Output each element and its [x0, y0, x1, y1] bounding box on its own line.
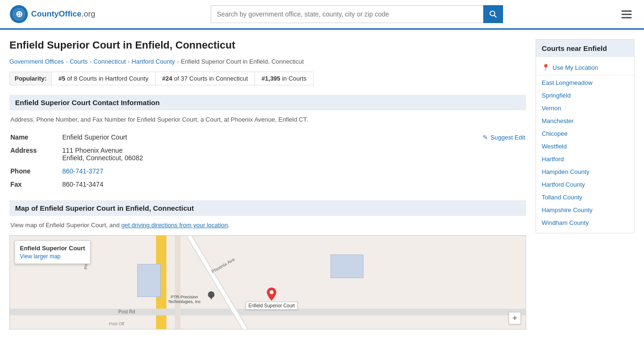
name-row: Name Enfield Superior Court ✎ Suggest Ed…	[9, 131, 526, 144]
name-label: Name	[10, 133, 62, 141]
sidebar-item-tolland-county[interactable]: Tolland County	[536, 191, 634, 204]
contact-info-table: Name Enfield Superior Court ✎ Suggest Ed…	[9, 131, 526, 191]
location-icon: 📍	[542, 64, 550, 71]
svg-text:Phoenix Ave: Phoenix Ave	[211, 256, 236, 274]
svg-text:Post Off: Post Off	[109, 321, 124, 326]
search-button[interactable]	[483, 5, 503, 23]
map-description: View map of Enfield Superior Court, and …	[9, 222, 526, 229]
search-icon	[489, 10, 497, 18]
sidebar-item-hartford-county[interactable]: Hartford County	[536, 178, 634, 191]
map-company-label: PTR-PrecisionTechnologies, Inc	[165, 295, 203, 304]
suggest-edit-link[interactable]: ✎ Suggest Edit	[483, 134, 525, 141]
map-building-2	[330, 255, 363, 278]
sidebar-item-east-longmeadow[interactable]: East Longmeadow	[536, 76, 634, 89]
sidebar-item-vernon[interactable]: Vernon	[536, 102, 634, 115]
breadcrumb-hartford-county[interactable]: Hartford County	[132, 58, 175, 65]
popularity-item-2: #24 of 37 Courts in Connecticut	[156, 72, 255, 85]
sidebar-list: 📍 Use My Location East Longmeadow Spring…	[536, 57, 634, 233]
map-container[interactable]: Phoenix Ave Post Rd Post Off Post Off PT…	[9, 235, 526, 329]
breadcrumb-courts[interactable]: Courts	[70, 58, 88, 65]
map-building-1	[137, 264, 161, 297]
svg-point-12	[270, 290, 273, 294]
sidebar-box: Courts near Enfield 📍 Use My Location Ea…	[536, 39, 635, 233]
contact-description: Address, Phone Number, and Fax Number fo…	[9, 116, 526, 123]
menu-button[interactable]	[619, 8, 635, 21]
fax-value: 860-741-3474	[62, 181, 103, 188]
search-input[interactable]	[211, 5, 483, 23]
driving-directions-link[interactable]: get driving directions from your locatio…	[121, 222, 228, 229]
popularity-item-3: #1,395 in Courts	[255, 72, 313, 85]
logo-text: CountyOffice.org	[31, 9, 95, 19]
svg-point-3	[490, 11, 495, 16]
map-zoom-plus-button[interactable]: +	[509, 312, 521, 324]
address-line2: Enfield, Connecticut, 06082	[62, 154, 143, 162]
map-ptr-pin	[208, 291, 215, 301]
svg-text:⊕: ⊕	[16, 9, 23, 19]
svg-marker-11	[209, 296, 213, 300]
sidebar-item-springfield[interactable]: Springfield	[536, 89, 634, 102]
popularity-item-1: #5 of 8 Courts in Hartford County	[52, 72, 156, 85]
sidebar-title: Courts near Enfield	[536, 40, 634, 57]
svg-line-4	[495, 16, 497, 18]
breadcrumb-gov-offices[interactable]: Government Offices	[9, 58, 64, 65]
site-header: ⊕ CountyOffice.org	[0, 0, 644, 30]
map-popup: Enfield Superior Court View larger map	[15, 240, 91, 264]
phone-link[interactable]: 860-741-3727	[62, 167, 103, 175]
address-label: Address	[10, 147, 62, 162]
use-location-link[interactable]: Use My Location	[553, 64, 598, 71]
map-road-minor	[175, 236, 181, 329]
address-value: 111 Phoenix Avenue Enfield, Connecticut,…	[62, 147, 143, 162]
suggest-edit-label: Suggest Edit	[490, 134, 525, 141]
name-value: Enfield Superior Court	[62, 133, 127, 141]
breadcrumb-current: Enfield Superior Court in Enfield, Conne…	[181, 58, 304, 65]
sidebar-item-hampshire-county[interactable]: Hampshire County	[536, 204, 634, 216]
fax-row: Fax 860-741-3474	[9, 178, 526, 191]
phone-row: Phone 860-741-3727	[9, 165, 526, 178]
address-row: Address 111 Phoenix Avenue Enfield, Conn…	[9, 144, 526, 165]
address-line1: 111 Phoenix Avenue	[62, 147, 143, 154]
sidebar: Courts near Enfield 📍 Use My Location Ea…	[536, 39, 635, 329]
sidebar-use-location[interactable]: 📍 Use My Location	[536, 61, 634, 74]
map-road-horizontal	[10, 309, 526, 315]
page-title: Enfield Superior Court in Enfield, Conne…	[9, 39, 526, 51]
breadcrumb: Government Offices › Courts › Connecticu…	[9, 58, 526, 65]
logo-icon: ⊕	[9, 5, 28, 24]
sidebar-divider-0	[536, 75, 634, 75]
fax-label: Fax	[10, 181, 62, 188]
popularity-bar: Popularity: #5 of 8 Courts in Hartford C…	[9, 72, 314, 85]
view-larger-map-link[interactable]: View larger map	[20, 253, 60, 260]
logo-area: ⊕ CountyOffice.org	[9, 5, 95, 24]
breadcrumb-connecticut[interactable]: Connecticut	[93, 58, 126, 65]
map-popup-title: Enfield Superior Court	[20, 245, 85, 252]
sidebar-item-manchester[interactable]: Manchester	[536, 115, 634, 127]
sidebar-item-hampden-county[interactable]: Hampden County	[536, 165, 634, 178]
sidebar-item-windham-county[interactable]: Windham County	[536, 216, 634, 229]
phone-label: Phone	[10, 167, 62, 175]
map-pin-label: Enfield Superior Court	[246, 302, 297, 310]
edit-icon: ✎	[483, 134, 488, 141]
sidebar-item-hartford[interactable]: Hartford	[536, 153, 634, 165]
sidebar-item-westfield[interactable]: Westfield	[536, 140, 634, 153]
map-background: Phoenix Ave Post Rd Post Off Post Off PT…	[10, 236, 526, 329]
sidebar-item-chicopee[interactable]: Chicopee	[536, 127, 634, 140]
main-content: Enfield Superior Court in Enfield, Conne…	[9, 39, 526, 329]
main-wrapper: Enfield Superior Court in Enfield, Conne…	[0, 30, 644, 329]
phone-value: 860-741-3727	[62, 167, 103, 175]
map-main-pin: Enfield Superior Court	[246, 288, 297, 310]
map-section-header: Map of Enfield Superior Court in Enfield…	[9, 200, 526, 216]
search-area	[211, 5, 503, 23]
popularity-label: Popularity:	[10, 72, 52, 85]
contact-section-header: Enfield Superior Court Contact Informati…	[9, 95, 526, 110]
